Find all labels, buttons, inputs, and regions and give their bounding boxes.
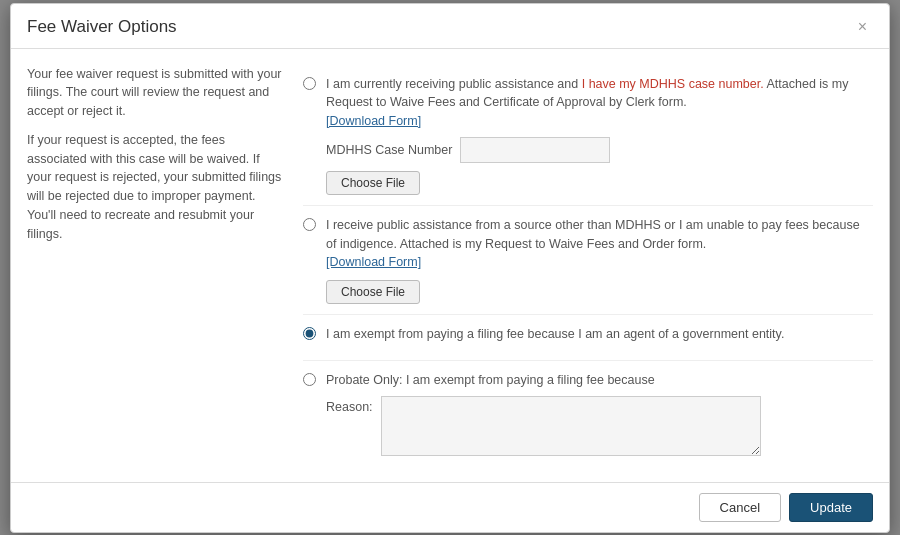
radio-option-3[interactable]: [303, 327, 316, 340]
radio-option-2[interactable]: [303, 218, 316, 231]
modal-footer: Cancel Update: [11, 482, 889, 532]
choose-file-button-2[interactable]: Choose File: [326, 280, 420, 304]
option-row-3: I am exempt from paying a filing fee bec…: [303, 315, 873, 361]
radio-option-1[interactable]: [303, 77, 316, 90]
option-content-3: I am exempt from paying a filing fee bec…: [326, 325, 873, 350]
cancel-button[interactable]: Cancel: [699, 493, 781, 522]
modal-header: Fee Waiver Options ×: [11, 4, 889, 49]
close-button[interactable]: ×: [852, 16, 873, 38]
opt1-text-prefix: I am currently receiving public assistan…: [326, 77, 582, 91]
option-content-4: Probate Only: I am exempt from paying a …: [326, 371, 873, 456]
update-button[interactable]: Update: [789, 493, 873, 522]
radio-col-4[interactable]: [303, 371, 316, 389]
modal-title: Fee Waiver Options: [27, 17, 177, 37]
modal-body: Your fee waiver request is submitted wit…: [11, 49, 889, 482]
radio-col-2[interactable]: [303, 216, 316, 234]
option-text-3: I am exempt from paying a filing fee bec…: [326, 325, 873, 344]
option-text-4: Probate Only: I am exempt from paying a …: [326, 371, 873, 390]
left-para-1: Your fee waiver request is submitted wit…: [27, 65, 287, 121]
option-text-2: I receive public assistance from a sourc…: [326, 216, 873, 272]
option-text-1: I am currently receiving public assistan…: [326, 75, 873, 131]
case-number-label: MDHHS Case Number: [326, 143, 452, 157]
opt1-text-highlight: I have my MDHHS case number.: [582, 77, 764, 91]
case-number-input[interactable]: [460, 137, 610, 163]
option-content-1: I am currently receiving public assistan…: [326, 75, 873, 195]
opt4-text: Probate Only: I am exempt from paying a …: [326, 373, 655, 387]
option-row-1: I am currently receiving public assistan…: [303, 65, 873, 206]
opt1-download-link[interactable]: [Download Form]: [326, 114, 421, 128]
option-row-4: Probate Only: I am exempt from paying a …: [303, 361, 873, 466]
left-panel: Your fee waiver request is submitted wit…: [27, 65, 287, 466]
fee-waiver-modal: Fee Waiver Options × Your fee waiver req…: [10, 3, 890, 533]
reason-textarea[interactable]: [381, 396, 761, 456]
left-para-2: If your request is accepted, the fees as…: [27, 131, 287, 244]
opt2-download-link[interactable]: [Download Form]: [326, 255, 421, 269]
opt3-text: I am exempt from paying a filing fee bec…: [326, 327, 784, 341]
choose-file-button-1[interactable]: Choose File: [326, 171, 420, 195]
opt2-text: I receive public assistance from a sourc…: [326, 218, 860, 251]
option-content-2: I receive public assistance from a sourc…: [326, 216, 873, 304]
case-number-row: MDHHS Case Number: [326, 137, 873, 163]
reason-row: Reason:: [326, 396, 873, 456]
reason-label: Reason:: [326, 396, 373, 414]
radio-option-4[interactable]: [303, 373, 316, 386]
right-panel: I am currently receiving public assistan…: [303, 65, 873, 466]
radio-col-1[interactable]: [303, 75, 316, 93]
option-row-2: I receive public assistance from a sourc…: [303, 206, 873, 315]
radio-col-3[interactable]: [303, 325, 316, 343]
